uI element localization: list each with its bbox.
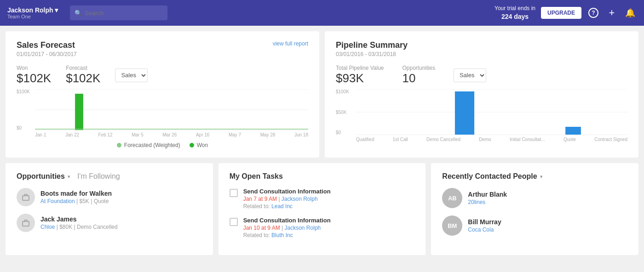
opportunity-icon-2 — [17, 214, 35, 232]
help-button[interactable]: ? — [587, 6, 600, 19]
task-assignee-1[interactable]: Jackson Rolph — [282, 196, 318, 202]
briefcase-icon-1 — [22, 193, 30, 201]
pipeline-title: Pipeline Summary — [336, 40, 408, 50]
bottom-row: Opportunities ▾ I'm Following Boots made… — [6, 163, 638, 255]
user-dropdown-icon: ▾ — [55, 6, 58, 14]
opportunities-value: 10 — [402, 71, 435, 85]
opportunity-item-2: Jack James Chloe | $80K | Demo Cancelled — [17, 214, 202, 232]
person-company-2[interactable]: Coca Cola — [468, 227, 501, 233]
opportunity-details-1: Boots made for Walken At Foundation | $5… — [40, 190, 112, 204]
user-menu[interactable]: Jackson Rolph ▾ Team One — [7, 6, 63, 19]
search-input[interactable] — [70, 6, 167, 20]
total-pipeline-metric: Total Pipeline Value $93K — [336, 65, 384, 85]
task-assignee-2[interactable]: Jackson Rolph — [285, 225, 321, 231]
user-name: Jackson Rolph — [7, 6, 53, 14]
upgrade-button[interactable]: UPGRADE — [541, 7, 581, 19]
pipeline-chart-container: $100K $50K $0 Qualified 1st Call Demo Ca… — [336, 89, 627, 142]
team-name: Team One — [7, 14, 63, 19]
avatar-ab: AB — [442, 188, 462, 208]
forecast-title-area: Sales Forecast 01/01/2017 - 06/30/2017 — [17, 40, 77, 57]
following-label: I'm Following — [77, 172, 120, 181]
quote-bar — [565, 127, 581, 135]
recently-contacted-card: Recently Contacted People ▾ AB Arthur Bl… — [431, 163, 638, 255]
forecast-label: Forecast — [66, 65, 100, 71]
person-company-1[interactable]: 20lines — [468, 199, 507, 205]
task-item-2: Send Consultation Information Jan 10 at … — [230, 217, 415, 238]
opp-stage-2: Demo Cancelled — [77, 224, 118, 230]
pipeline-chart-svg — [356, 89, 627, 135]
trial-info: Your trial ends in 224 days — [494, 5, 535, 21]
person-name-2: Bill Murray — [468, 218, 501, 226]
avatar-initials-ab: AB — [448, 195, 457, 202]
tasks-title: My Open Tasks — [230, 172, 283, 181]
avatar-bm: BM — [442, 215, 462, 236]
won-legend-label: Won — [197, 142, 208, 148]
opportunities-section-title: Opportunities ▾ I'm Following — [17, 172, 202, 181]
x-label-may7: May 7 — [229, 132, 241, 137]
pipeline-metrics-row: Total Pipeline Value $93K Opportunities … — [336, 65, 627, 85]
x-label-feb12: Feb 12 — [98, 132, 113, 137]
task-date-2: Jan 10 at 9 AM — [243, 225, 280, 231]
won-label: Won — [17, 65, 51, 71]
x-initial-consult: Initial Consultat... — [510, 137, 545, 142]
opportunities-metric: Opportunities 10 — [402, 65, 435, 85]
person-details-1: Arthur Blank 20lines — [468, 191, 507, 205]
task-related-1: Related to: Lead Inc — [243, 203, 331, 210]
opp-company-2[interactable]: Chloe — [40, 224, 55, 230]
pipeline-summary-card: Pipeline Summary 03/01/2016 - 03/31/2018… — [325, 31, 638, 158]
app-header: Jackson Rolph ▾ Team One 🔍 Your trial en… — [0, 0, 644, 26]
pipeline-y-axis: $100K $50K $0 — [336, 89, 349, 135]
pipeline-y-0: $0 — [336, 130, 349, 135]
task-related-val-1[interactable]: Lead Inc — [271, 203, 293, 210]
notifications-button[interactable]: 🔔 — [624, 6, 637, 19]
forecast-metric: Forecast $102K — [66, 65, 100, 85]
person-item-1: AB Arthur Blank 20lines — [442, 188, 627, 208]
forecast-team-dropdown[interactable]: Sales — [115, 68, 148, 82]
task-checkbox-2[interactable] — [230, 218, 238, 226]
x-label-may28: May 28 — [260, 132, 276, 137]
recently-contacted-title: Recently Contacted People — [442, 172, 537, 181]
trial-days: 224 days — [494, 12, 535, 22]
task-body-2: Send Consultation Information Jan 10 at … — [243, 217, 331, 238]
briefcase-icon-2 — [22, 219, 30, 227]
pipeline-header: Pipeline Summary 03/01/2016 - 03/31/2018 — [336, 40, 627, 57]
opportunities-card: Opportunities ▾ I'm Following Boots made… — [6, 163, 213, 255]
task-related-label-1: Related to: — [243, 203, 270, 210]
view-full-report-link[interactable]: view full report — [273, 40, 308, 47]
opp-amt-val-1: $5K — [80, 198, 89, 204]
pipeline-title-area: Pipeline Summary 03/01/2016 - 03/31/2018 — [336, 40, 408, 57]
pipeline-x-labels: Qualified 1st Call Demo Cancelled Demo I… — [356, 137, 627, 142]
total-pipeline-value: $93K — [336, 71, 384, 85]
forecast-metrics: Won $102K Forecast $102K Sales — [17, 65, 308, 85]
x-1st-call: 1st Call — [393, 137, 408, 142]
sales-forecast-card: Sales Forecast 01/01/2017 - 06/30/2017 v… — [6, 31, 319, 158]
x-label-jan22: Jan 22 — [65, 132, 79, 137]
task-title-1: Send Consultation Information — [243, 188, 331, 195]
opportunity-details-2: Jack James Chloe | $80K | Demo Cancelled — [40, 215, 118, 230]
forecast-legend: Forecasted (Weighted) Won — [17, 142, 308, 148]
x-qualified: Qualified — [356, 137, 374, 142]
task-checkbox-1[interactable] — [230, 189, 238, 197]
recently-contacted-title-row: Recently Contacted People ▾ — [442, 172, 627, 181]
pipeline-team-dropdown[interactable]: Sales — [454, 68, 486, 82]
header-right: Your trial ends in 224 days UPGRADE ? + … — [494, 5, 637, 21]
search-wrapper: 🔍 — [70, 6, 487, 20]
x-label-mar26: Mar 26 — [162, 132, 177, 137]
pipeline-y-50k: $50K — [336, 110, 349, 115]
task-related-val-2[interactable]: Bluth Inc — [271, 232, 293, 238]
sales-forecast-date: 01/01/2017 - 06/30/2017 — [17, 51, 77, 57]
opp-company-1[interactable]: At Foundation — [40, 198, 75, 204]
task-body-1: Send Consultation Information Jan 7 at 9… — [243, 188, 331, 210]
add-button[interactable]: + — [605, 6, 618, 19]
opportunities-title: Opportunities — [17, 172, 65, 181]
recently-contacted-dropdown-icon[interactable]: ▾ — [540, 174, 542, 179]
svg-rect-8 — [23, 221, 29, 226]
task-item-1: Send Consultation Information Jan 7 at 9… — [230, 188, 415, 210]
main-content: Sales Forecast 01/01/2017 - 06/30/2017 v… — [0, 26, 644, 261]
opportunities-dropdown-icon[interactable]: ▾ — [68, 174, 70, 179]
y-label-100k: $100K — [17, 89, 30, 94]
bell-icon: 🔔 — [625, 8, 635, 18]
search-icon: 🔍 — [75, 10, 82, 17]
add-icon: + — [609, 7, 615, 19]
pipeline-date: 03/01/2016 - 03/31/2018 — [336, 51, 408, 57]
